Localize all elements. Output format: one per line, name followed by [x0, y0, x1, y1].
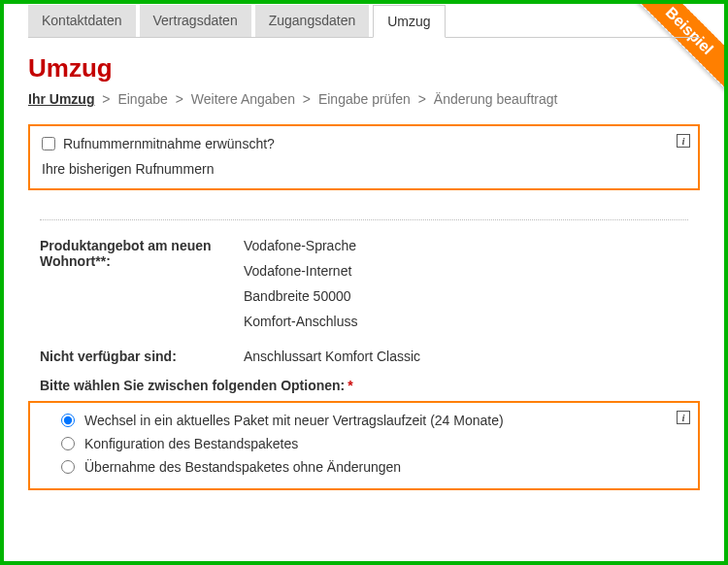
tab-vertragsdaten[interactable]: Vertragsdaten — [140, 5, 251, 37]
breadcrumb: Ihr Umzug > Eingabe > Weitere Angaben > … — [28, 91, 700, 107]
required-asterisk: * — [345, 378, 352, 393]
divider — [40, 219, 688, 220]
option-label: Übernahme des Bestandspaketes ohne Änder… — [84, 459, 401, 475]
tab-zugangsdaten[interactable]: Zugangsdaten — [255, 5, 370, 37]
breadcrumb-sep: > — [98, 91, 114, 107]
phone-portability-checkbox-row[interactable]: Rufnummernmitnahme erwünscht? — [42, 136, 686, 151]
product-offer-value: Vodafone-Sprache — [244, 238, 357, 253]
info-icon[interactable]: i — [677, 134, 690, 148]
not-available-label: Nicht verfügbar sind: — [40, 349, 244, 364]
breadcrumb-step-4: Eingabe prüfen — [318, 91, 411, 107]
breadcrumb-step-3: Weitere Angaben — [191, 91, 295, 107]
option-row-3[interactable]: Übernahme des Bestandspaketes ohne Änder… — [61, 459, 686, 475]
breadcrumb-sep: > — [299, 91, 314, 107]
option-radio-configure[interactable] — [61, 437, 75, 450]
phone-portability-label: Rufnummernmitnahme erwünscht? — [63, 136, 275, 151]
product-offer-value: Vodafone-Internet — [244, 263, 357, 279]
phone-portability-checkbox[interactable] — [42, 137, 55, 150]
product-offer-label: Produktangebot am neuen Wohnort**: — [40, 238, 244, 339]
page-title: Umzug — [28, 53, 700, 83]
product-offer-value: Bandbreite 50000 — [244, 288, 357, 304]
options-heading: Bitte wählen Sie zwischen folgenden Opti… — [40, 378, 688, 393]
previous-numbers-label: Ihre bisherigen Rufnummern — [42, 161, 686, 177]
tab-kontaktdaten[interactable]: Kontaktdaten — [28, 5, 136, 37]
breadcrumb-step-5: Änderung beauftragt — [434, 91, 558, 107]
tab-bar: Kontaktdaten Vertragsdaten Zugangsdaten … — [28, 5, 700, 38]
info-icon[interactable]: i — [677, 411, 690, 424]
option-row-2[interactable]: Konfiguration des Bestandspaketes — [61, 436, 686, 451]
option-radio-keep[interactable] — [61, 460, 75, 474]
product-offer-value: Komfort-Anschluss — [244, 314, 357, 329]
option-label: Konfiguration des Bestandspaketes — [84, 436, 298, 451]
option-radio-new-package[interactable] — [61, 414, 75, 427]
breadcrumb-sep: > — [414, 91, 430, 107]
option-label: Wechsel in ein aktuelles Paket mit neuer… — [84, 413, 504, 428]
breadcrumb-step-2: Eingabe — [117, 91, 167, 107]
breadcrumb-step-1[interactable]: Ihr Umzug — [28, 91, 94, 107]
phone-portability-box: i Rufnummernmitnahme erwünscht? Ihre bis… — [28, 124, 700, 190]
not-available-value: Anschlussart Komfort Classic — [244, 349, 420, 364]
options-box: i Wechsel in ein aktuelles Paket mit neu… — [28, 401, 700, 490]
tab-umzug[interactable]: Umzug — [373, 5, 445, 38]
page-frame: Beispiel Kontaktdaten Vertragsdaten Zuga… — [0, 0, 728, 565]
option-row-1[interactable]: Wechsel in ein aktuelles Paket mit neuer… — [61, 413, 686, 428]
breadcrumb-sep: > — [172, 91, 187, 107]
